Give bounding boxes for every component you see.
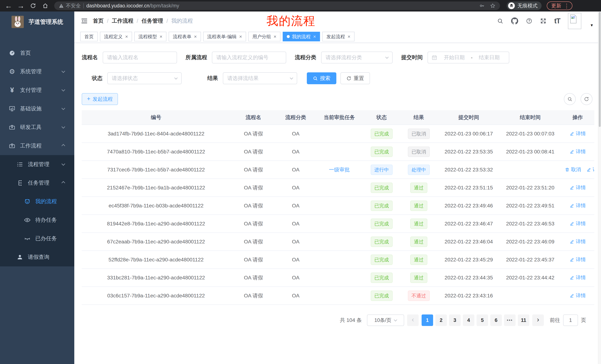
browser-forward-icon[interactable]: → [16,1,26,10]
help-icon[interactable] [526,18,532,24]
sidebar-item-process-mgmt[interactable]: 流程管理 [0,155,74,174]
browser-reload-icon[interactable] [28,1,38,10]
security-warning[interactable]: 不安全 [59,2,81,9]
tab-label: 流程模型 [138,34,157,40]
browser-menu-icon[interactable]: ⋮ [564,3,570,9]
result-select[interactable]: 请选择流结果 [223,72,297,84]
close-icon[interactable]: × [239,34,242,39]
end-time-cell: 2022-01-22 23:51:20 [499,179,561,197]
end-date-placeholder[interactable]: 结束日期 [473,54,505,61]
table-row: 819442e8-7b9a-11ec-a290-acde48001122OA 请… [82,215,594,233]
breadcrumb-home[interactable]: 首页 [93,17,104,25]
page-button-4[interactable]: 4 [463,315,474,326]
sidebar-item-leave-query[interactable]: 请假查询 [0,248,74,266]
result-cell: 已取消 [400,143,438,161]
search-button[interactable]: 搜索 [307,72,336,84]
tab-process-definition[interactable]: 流程定义× [100,32,132,41]
process-def-input[interactable] [212,52,286,63]
cancel-button[interactable]: 取消 [565,166,581,173]
detail-button[interactable]: 详情 [570,274,586,281]
detail-button[interactable]: 详情 [570,148,586,155]
tab-process-model[interactable]: 流程模型× [134,32,166,41]
detail-button[interactable]: 详情 [570,202,586,209]
current-task-cell [315,251,364,269]
close-icon[interactable]: × [160,34,162,39]
bookmark-star-icon[interactable] [490,3,496,9]
tab-my-process[interactable]: 我的流程× [283,32,320,41]
detail-button[interactable]: 详情 [570,256,586,263]
sidebar-item-label: 研发工具 [20,124,42,131]
page-scrollbar[interactable] [598,11,601,364]
sidebar-logo[interactable]: 芋道管理系统 [0,11,74,32]
browser-home-icon[interactable] [40,1,50,10]
table-header-cell: 流程名 [230,110,276,125]
detail-button[interactable]: 详情 [570,130,586,137]
close-icon[interactable]: × [125,34,128,39]
toggle-search-button[interactable] [564,93,576,105]
action-label: 取消 [571,166,581,173]
category-select[interactable]: 请选择流程分类 [321,52,393,63]
key-icon[interactable] [479,3,485,9]
browser-back-icon[interactable]: ← [3,1,14,10]
tab-process-form[interactable]: 流程表单× [169,32,201,41]
sidebar-item-system[interactable]: ⚙系统管理 [0,62,74,81]
start-process-button[interactable]: + 发起流程 [82,93,118,105]
page-button-11[interactable]: 11 [518,315,529,326]
avatar-caret-icon[interactable]: ▼ [590,23,594,28]
sidebar-item-workflow[interactable]: 工作流程 [0,136,74,155]
page-ellipsis-button[interactable]: ••• [504,315,516,326]
detail-button[interactable]: 详情 [570,220,586,227]
page-button-6[interactable]: 6 [490,315,502,326]
browser-update-button[interactable]: 更新 ⋮ [547,1,572,10]
date-range-picker[interactable]: 开始日期 - 结束日期 [428,52,509,63]
sidebar-item-dev-tools[interactable]: 研发工具 [0,118,74,136]
tab-process-form-edit[interactable]: 流程表单-编辑× [203,32,246,41]
process-name-cell: OA 请假 [230,143,276,161]
detail-button[interactable]: 详情 [586,166,594,173]
detail-button[interactable]: 详情 [570,184,586,191]
current-task-link[interactable]: 一级审批 [329,167,350,172]
header-search-icon[interactable] [497,18,503,24]
next-page-button[interactable]: › [532,315,544,326]
breadcrumb-workflow[interactable]: 工作流程 [112,17,133,25]
close-icon[interactable]: × [274,34,276,39]
close-icon[interactable]: × [348,34,350,39]
refresh-table-button[interactable] [581,93,592,105]
reset-button[interactable]: 重置 [341,72,370,84]
status-select[interactable]: 请选择状态 [107,72,182,84]
detail-button[interactable]: 详情 [570,238,586,245]
sidebar-item-payment[interactable]: ¥支付管理 [0,81,74,99]
goto-page-input[interactable] [563,315,578,326]
close-icon[interactable]: × [313,34,316,39]
tab-home[interactable]: 首页 [80,32,98,41]
page-buttons: 123456•••11 [421,315,529,326]
address-bar[interactable]: 不安全 dashboard.yudao.iocoder.cn/bpm/task/… [54,1,500,10]
fullscreen-icon[interactable] [540,18,546,24]
sidebar-item-task-mgmt[interactable]: 任务管理 [0,174,74,192]
detail-button[interactable]: 详情 [570,292,586,299]
hamburger-icon[interactable] [79,16,90,26]
github-icon[interactable] [511,18,518,25]
sidebar-item-home[interactable]: 首页 [0,44,74,62]
tab-user-group[interactable]: 用户分组× [248,32,280,41]
close-icon[interactable]: × [194,34,197,39]
process-name-input[interactable] [103,52,177,63]
page-button-2[interactable]: 2 [435,315,447,326]
tab-start-process[interactable]: 发起流程× [322,32,354,41]
breadcrumb-task-mgmt[interactable]: 任务管理 [141,17,163,25]
sidebar-item-todo-tasks[interactable]: 待办任务 [0,211,74,229]
page-size-select[interactable]: 10条/页 [367,315,404,326]
page-button-3[interactable]: 3 [449,315,461,326]
start-date-placeholder[interactable]: 开始日期 [438,54,470,61]
table-header-cell: 流程分类 [277,110,315,125]
sidebar-item-my-process[interactable]: 我的流程 [0,192,74,211]
sidebar-item-done-tasks[interactable]: 已办任务 [0,229,74,248]
page-button-5[interactable]: 5 [477,315,488,326]
page-button-1[interactable]: 1 [421,315,433,326]
sidebar-item-infrastructure[interactable]: 基础设施 [0,99,74,118]
table-header-cell: 编号 [82,110,230,125]
scrollbar-thumb[interactable] [599,12,601,127]
avatar[interactable] [568,13,581,29]
prev-page-button[interactable]: ‹ [407,315,419,326]
font-size-icon[interactable]: tT [554,17,560,25]
